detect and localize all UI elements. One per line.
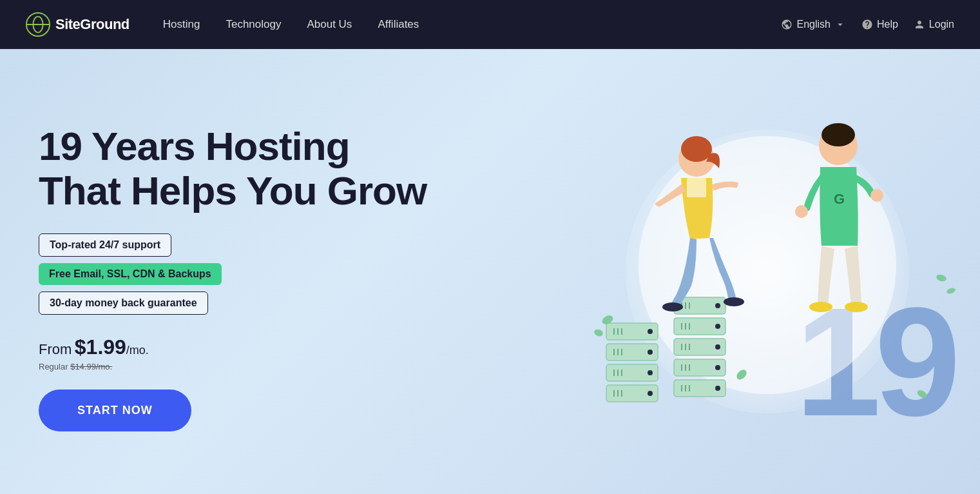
help-label: Help (877, 19, 898, 30)
svg-point-66 (916, 389, 928, 400)
price-per-label: /mo. (126, 344, 149, 357)
svg-point-57 (795, 205, 808, 218)
svg-point-50 (681, 136, 712, 162)
feature-badges: Top-rated 24/7 support Free Email, SSL, … (39, 233, 427, 315)
price-from-label: From (39, 341, 72, 357)
svg-point-60 (845, 302, 868, 312)
hero-figures: G (555, 84, 980, 459)
svg-point-33 (715, 324, 720, 329)
svg-point-64 (936, 273, 947, 282)
svg-point-65 (946, 287, 956, 295)
language-label: English (796, 19, 830, 30)
regular-price: Regular $14.99/mo. (39, 362, 427, 371)
badge-guarantee: 30-day money back guarantee (39, 291, 208, 315)
svg-point-18 (648, 370, 653, 375)
start-now-button[interactable]: START NOW (39, 390, 191, 431)
svg-point-43 (715, 365, 720, 370)
svg-point-52 (662, 302, 683, 311)
svg-point-58 (870, 189, 883, 202)
svg-point-13 (648, 350, 653, 355)
help-link[interactable]: Help (861, 19, 898, 30)
badge-support: Top-rated 24/7 support (39, 233, 171, 257)
login-link[interactable]: Login (914, 19, 954, 30)
badge-free-features: Free Email, SSL, CDN & Backups (39, 263, 222, 285)
svg-point-55 (821, 123, 855, 146)
svg-text:G: G (834, 191, 845, 207)
hero-content: 19 Years Hosting That Helps You Grow Top… (39, 124, 427, 431)
hero-section: 19 Years Hosting That Helps You Grow Top… (0, 49, 980, 494)
svg-point-28 (715, 303, 720, 308)
hero-illustration: 19 (555, 84, 980, 459)
svg-point-38 (715, 344, 720, 350)
svg-rect-51 (687, 178, 706, 197)
svg-point-53 (724, 297, 744, 306)
logo-text: SiteGround (55, 16, 130, 33)
pricing-block: From $1.99/mo. Regular $14.99/mo. (39, 335, 427, 371)
language-selector[interactable]: English (781, 19, 845, 30)
svg-point-8 (648, 329, 653, 334)
svg-point-59 (809, 302, 832, 312)
login-label: Login (929, 19, 954, 30)
svg-point-48 (715, 386, 720, 391)
svg-point-23 (648, 391, 653, 396)
nav-affiliates[interactable]: Affiliates (367, 13, 429, 35)
nav-about[interactable]: About Us (296, 13, 362, 35)
nav-technology[interactable]: Technology (215, 13, 291, 35)
navbar: SiteGround Hosting Technology About Us A… (0, 0, 980, 49)
logo[interactable]: SiteGround (26, 12, 130, 37)
nav-hosting[interactable]: Hosting (153, 13, 211, 35)
hero-title: 19 Years Hosting That Helps You Grow (39, 124, 427, 212)
price-value: $1.99 (75, 335, 126, 359)
svg-point-62 (593, 328, 604, 337)
